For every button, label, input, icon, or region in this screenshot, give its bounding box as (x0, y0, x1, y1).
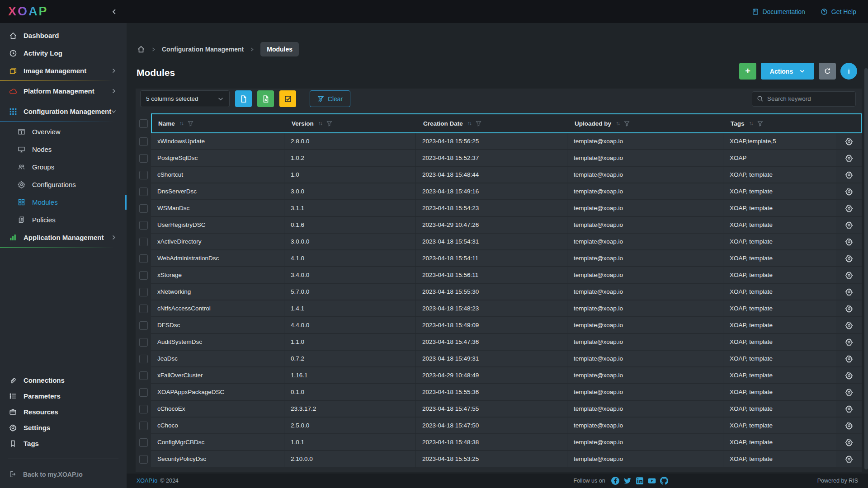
row-checkbox[interactable] (139, 321, 148, 330)
row-checkbox[interactable] (139, 355, 148, 363)
row-checkbox[interactable] (139, 221, 148, 230)
get-help-link[interactable]: Get Help (821, 8, 856, 15)
filter-icon[interactable] (757, 121, 763, 127)
sort-icon[interactable]: ↑↓ (179, 120, 183, 127)
row-settings-button[interactable] (836, 401, 862, 418)
row-checkbox[interactable] (139, 154, 148, 163)
row-settings-button[interactable] (836, 133, 862, 150)
row-checkbox[interactable] (139, 271, 148, 280)
row-checkbox[interactable] (139, 438, 148, 447)
sidebar-item-nodes[interactable]: Nodes (0, 141, 127, 158)
table-row[interactable]: DFSDsc4.4.0.02023-04-18 15:49:09template… (136, 317, 862, 334)
search-input[interactable] (767, 95, 851, 102)
column-header-version[interactable]: Version↑↓ (285, 114, 417, 132)
sidebar-item-resources[interactable]: Resources (0, 404, 127, 420)
row-settings-button[interactable] (836, 317, 862, 334)
row-checkbox[interactable] (139, 455, 148, 464)
sidebar-collapse-button[interactable] (108, 6, 120, 18)
sidebar-item-configurations[interactable]: Configurations (0, 176, 127, 193)
sort-icon[interactable]: ↑↓ (467, 120, 471, 127)
facebook-icon[interactable] (611, 477, 619, 485)
row-settings-button[interactable] (836, 234, 862, 250)
table-row[interactable]: xNetworking5.7.0.02023-04-18 15:55:30tem… (136, 284, 862, 300)
column-header-creation-date[interactable]: Creation Date↑↓ (417, 114, 568, 132)
row-settings-button[interactable] (836, 284, 862, 300)
sidebar-item-image-management[interactable]: Image Management (0, 62, 127, 80)
select-all-checkbox[interactable] (139, 119, 148, 128)
column-header-name[interactable]: Name↑↓ (152, 114, 285, 132)
table-row[interactable]: DnsServerDsc3.0.02023-04-18 15:49:16temp… (136, 183, 862, 200)
refresh-button[interactable] (819, 63, 836, 80)
row-settings-button[interactable] (836, 267, 862, 284)
row-checkbox[interactable] (139, 288, 148, 296)
sidebar-item-groups[interactable]: Groups (0, 158, 127, 176)
row-settings-button[interactable] (836, 451, 862, 468)
sidebar-item-configuration-management[interactable]: Configuration Management (0, 103, 127, 120)
column-header-tags[interactable]: Tags↑↓ (724, 114, 837, 132)
row-settings-button[interactable] (836, 384, 862, 401)
export-csv-button[interactable] (235, 90, 252, 107)
sidebar-item-parameters[interactable]: Parameters (0, 388, 127, 404)
row-settings-button[interactable] (836, 217, 862, 234)
table-row[interactable]: ConfigMgrCBDsc1.0.12023-04-18 15:48:38te… (136, 434, 862, 451)
table-row[interactable]: xActiveDirectory3.0.0.02023-04-18 15:54:… (136, 234, 862, 250)
table-row[interactable]: XOAPAppxPackageDSC0.1.02023-04-18 15:55:… (136, 384, 862, 401)
row-settings-button[interactable] (836, 200, 862, 217)
table-row[interactable]: SecurityPolicyDsc2.10.0.02023-04-18 15:5… (136, 451, 862, 468)
actions-dropdown-button[interactable]: Actions (761, 63, 814, 80)
clear-filters-button[interactable]: Clear (310, 90, 350, 107)
table-row[interactable]: cNtfsAccessControl1.4.12023-04-18 15:48:… (136, 300, 862, 317)
table-row[interactable]: WebAdministrationDsc4.1.02023-04-18 15:5… (136, 250, 862, 267)
table-row[interactable]: WSManDsc3.1.12023-04-18 15:54:23template… (136, 200, 862, 217)
column-header-uploaded-by[interactable]: Uploaded by↑↓ (568, 114, 724, 132)
table-row[interactable]: UserRegistryDSC0.1.62023-04-29 10:47:26t… (136, 217, 862, 234)
table-row[interactable]: cShortcut1.02023-04-18 15:48:44template@… (136, 167, 862, 183)
back-to-xoap-link[interactable]: Back to my.XOAP.io (0, 465, 127, 483)
table-row[interactable]: cChoco2.5.0.02023-04-18 15:47:50template… (136, 418, 862, 434)
row-checkbox[interactable] (139, 188, 148, 196)
table-row[interactable]: JeaDsc0.7.22023-04-18 15:49:31template@x… (136, 351, 862, 367)
row-checkbox[interactable] (139, 371, 148, 380)
add-button[interactable]: + (739, 63, 756, 80)
row-settings-button[interactable] (836, 367, 862, 384)
filter-icon[interactable] (326, 121, 332, 127)
sidebar-item-tags[interactable]: Tags (0, 436, 127, 451)
row-checkbox[interactable] (139, 305, 148, 313)
select-columns-button[interactable] (279, 90, 296, 107)
row-settings-button[interactable] (836, 434, 862, 451)
table-row[interactable]: xFailOverCluster1.16.12023-04-29 10:48:4… (136, 367, 862, 384)
sidebar-item-policies[interactable]: Policies (0, 211, 127, 229)
table-row[interactable]: cChocoEx23.3.17.22023-04-18 15:47:55temp… (136, 401, 862, 418)
sidebar-item-modules[interactable]: Modules (0, 193, 127, 211)
row-checkbox[interactable] (139, 137, 148, 146)
columns-select[interactable]: 5 columns selected (140, 90, 230, 107)
sort-icon[interactable]: ↑↓ (616, 120, 619, 127)
row-settings-button[interactable] (836, 167, 862, 183)
breadcrumb-modules[interactable]: Modules (260, 42, 299, 56)
row-checkbox[interactable] (139, 338, 148, 347)
twitter-icon[interactable] (623, 477, 632, 485)
table-row[interactable]: xWindowsUpdate2.8.0.02023-04-18 15:56:25… (136, 133, 862, 150)
row-settings-button[interactable] (836, 351, 862, 367)
filter-icon[interactable] (188, 121, 193, 127)
row-checkbox[interactable] (139, 204, 148, 213)
sidebar-item-platform-management[interactable]: Platform Management (0, 82, 127, 100)
linkedin-icon[interactable] (636, 477, 644, 485)
sort-icon[interactable]: ↑↓ (318, 120, 322, 127)
row-checkbox[interactable] (139, 405, 148, 413)
row-checkbox[interactable] (139, 388, 148, 397)
filter-icon[interactable] (476, 121, 481, 127)
export-excel-button[interactable] (257, 90, 274, 107)
info-button[interactable]: i (840, 63, 857, 80)
github-icon[interactable] (660, 477, 668, 485)
youtube-icon[interactable] (648, 477, 656, 485)
row-checkbox[interactable] (139, 254, 148, 263)
filter-icon[interactable] (624, 121, 630, 127)
sidebar-item-application-management[interactable]: Application Management (0, 229, 127, 246)
table-row[interactable]: AuditSystemDsc1.1.02023-04-18 15:47:36te… (136, 334, 862, 351)
breadcrumb-configuration-management[interactable]: Configuration Management (162, 46, 244, 53)
sidebar-item-overview[interactable]: Overview (0, 123, 127, 141)
sidebar-item-activity-log[interactable]: Activity Log (0, 44, 127, 62)
table-row[interactable]: PostgreSqlDsc1.0.22023-04-18 15:52:37tem… (136, 150, 862, 167)
row-settings-button[interactable] (836, 418, 862, 434)
